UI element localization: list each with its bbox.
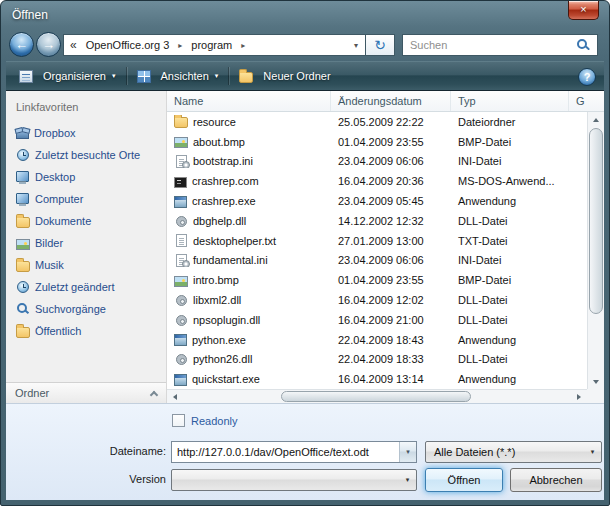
file-name: bootstrap.ini (193, 155, 253, 167)
scroll-down-button[interactable] (588, 374, 604, 389)
views-icon (137, 70, 151, 83)
table-row[interactable]: desktophelper.txt27.01.2009 13:00TXT-Dat… (167, 231, 587, 251)
table-row[interactable]: npsoplugin.dll16.04.2009 21:00DLL-Datei (167, 310, 587, 330)
breadcrumb-segment[interactable]: program (188, 39, 235, 51)
file-type: Anwendung (451, 373, 569, 385)
search-box[interactable] (402, 34, 598, 56)
file-type: INI-Datei (451, 155, 569, 167)
file-name: fundamental.ini (193, 254, 268, 266)
close-button[interactable]: × (568, 1, 599, 20)
window-title: Öffnen (12, 8, 48, 22)
sidebar-item-label: Dokumente (35, 215, 91, 227)
filename-input[interactable] (172, 442, 399, 462)
sidebar-item-label: Desktop (35, 171, 75, 183)
folder-file-icon (174, 117, 188, 128)
breadcrumb-separator-icon[interactable]: ▸ (235, 41, 251, 50)
table-row[interactable]: bootstrap.ini23.04.2009 06:06INI-Datei (167, 152, 587, 172)
breadcrumb-overflow-icon[interactable]: « (64, 38, 83, 52)
sidebar-item[interactable]: Suchvorgänge (6, 298, 166, 320)
dll-file-icon (176, 295, 187, 306)
views-button[interactable]: Ansichten ▾ (128, 64, 228, 88)
readonly-option[interactable]: Readonly (172, 414, 237, 427)
dropbox-box-icon (16, 130, 29, 139)
new-folder-label: Neuer Ordner (263, 70, 330, 82)
forward-button[interactable]: → (36, 32, 61, 57)
table-row[interactable]: dbghelp.dll14.12.2002 12:32DLL-Datei (167, 211, 587, 231)
scroll-right-button[interactable] (571, 390, 587, 403)
refresh-button[interactable]: ↻ (366, 34, 395, 56)
new-folder-button[interactable]: Neuer Ordner (230, 64, 339, 88)
filename-combobox[interactable]: ▾ (171, 441, 417, 463)
file-name: python26.dll (193, 353, 252, 365)
scroll-up-button[interactable] (588, 112, 604, 127)
search-input[interactable] (403, 39, 576, 51)
back-button[interactable]: ← (9, 32, 34, 57)
file-type: Anwendung (451, 334, 569, 346)
close-icon: × (580, 3, 586, 15)
sidebar-item[interactable]: Dokumente (6, 210, 166, 232)
sidebar-item[interactable]: Desktop (6, 166, 166, 188)
open-button[interactable]: Öffnen (425, 468, 503, 492)
sidebar-item[interactable]: Zuletzt besuchte Orte (6, 144, 166, 166)
version-select[interactable]: ▾ (171, 469, 417, 491)
column-header[interactable]: Änderungsdatum (331, 91, 451, 111)
ini-file-icon (176, 254, 187, 267)
titlebar[interactable]: Öffnen × (1, 1, 609, 29)
back-arrow-icon: ← (15, 37, 28, 52)
horizontal-scrollbar[interactable] (167, 389, 587, 403)
column-header[interactable]: Typ (451, 91, 569, 111)
searches-icon (16, 302, 30, 316)
horizontal-scrollbar-thumb[interactable] (281, 391, 471, 402)
readonly-checkbox[interactable] (172, 414, 185, 427)
app-file-icon (174, 374, 187, 386)
sidebar-item[interactable]: Öffentlich (6, 320, 166, 342)
table-row[interactable]: about.bmp01.04.2009 23:55BMP-Datei (167, 132, 587, 152)
sidebar-item[interactable]: Dropbox (6, 122, 166, 144)
help-button[interactable]: ? (578, 68, 596, 86)
open-dialog-window: Öffnen × ← → « OpenOffice.org 3 ▸ progra… (0, 0, 610, 506)
sidebar-item[interactable]: Bilder (6, 232, 166, 254)
table-row[interactable]: fundamental.ini23.04.2009 06:06INI-Datei (167, 251, 587, 271)
msdos-file-icon (174, 177, 187, 188)
table-row[interactable]: intro.bmp01.04.2009 23:55BMP-Datei (167, 270, 587, 290)
search-icon[interactable] (576, 38, 591, 53)
breadcrumb[interactable]: « OpenOffice.org 3 ▸ program ▸ ▾ (63, 34, 366, 56)
scroll-left-button[interactable] (167, 390, 183, 403)
new-folder-icon (239, 72, 253, 83)
column-header[interactable]: Name (167, 91, 331, 111)
table-row[interactable]: libxml2.dll16.04.2009 12:02DLL-Datei (167, 290, 587, 310)
sidebar-item[interactable]: Computer (6, 188, 166, 210)
vertical-scrollbar-thumb[interactable] (589, 128, 603, 314)
sidebar-item[interactable]: Zuletzt geändert (6, 276, 166, 298)
refresh-icon: ↻ (374, 37, 386, 53)
table-row[interactable]: crashrep.exe23.04.2009 05:45Anwendung (167, 191, 587, 211)
file-type: MS-DOS-Anwend... (451, 175, 569, 187)
table-row[interactable]: crashrep.com16.04.2009 20:36MS-DOS-Anwen… (167, 171, 587, 191)
toolbar-divider (228, 67, 229, 85)
ini-file-icon (176, 155, 187, 168)
column-header[interactable]: G (569, 91, 604, 111)
organize-icon (19, 70, 33, 83)
organize-button[interactable]: Organisieren ▾ (10, 64, 125, 88)
file-type: TXT-Datei (451, 235, 569, 247)
filename-dropdown-button[interactable]: ▾ (399, 442, 416, 462)
sidebar-item-label: Computer (35, 193, 83, 205)
breadcrumb-separator-icon[interactable]: ▸ (172, 41, 188, 50)
file-modified-date: 14.12.2002 12:32 (331, 215, 451, 227)
folders-expander[interactable]: Ordner (6, 382, 166, 403)
breadcrumb-segment[interactable]: OpenOffice.org 3 (83, 39, 173, 51)
file-type: DLL-Datei (451, 294, 569, 306)
sidebar-item[interactable]: Musik (6, 254, 166, 276)
table-row[interactable]: python.exe22.04.2009 18:43Anwendung (167, 330, 587, 350)
sidebar-item-label: Bilder (35, 237, 63, 249)
vertical-scrollbar[interactable] (587, 112, 604, 389)
table-row[interactable]: resource25.05.2009 22:22Dateiordner (167, 112, 587, 132)
table-row[interactable]: quickstart.exe16.04.2009 13:14Anwendung (167, 369, 587, 389)
breadcrumb-history-dropdown-icon[interactable]: ▾ (347, 41, 365, 50)
cancel-button[interactable]: Abbrechen (510, 468, 602, 492)
table-row[interactable]: python26.dll22.04.2009 18:33DLL-Datei (167, 350, 587, 370)
image-file-icon (174, 137, 188, 148)
file-type: DLL-Datei (451, 215, 569, 227)
navigation-bar: ← → « OpenOffice.org 3 ▸ program ▸ ▾ ↻ (6, 29, 604, 61)
filetype-select[interactable]: Alle Dateien (*.*) ▾ (425, 441, 602, 463)
